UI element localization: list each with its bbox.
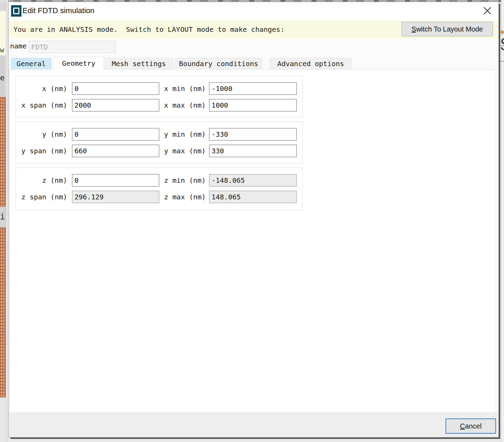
x-geometry-group: x (nm) x min (nm) x span (nm) x max (nm) — [16, 76, 303, 117]
x-max-label: x max (nm) — [164, 99, 204, 111]
divider — [500, 61, 504, 62]
y-min-input[interactable] — [209, 128, 297, 141]
switch-to-layout-mode-button[interactable]: Switch To Layout Mode — [402, 22, 493, 36]
y-max-label: y max (nm) — [164, 145, 204, 157]
x-span-input[interactable] — [72, 99, 159, 111]
background-left-segment — [0, 2, 6, 11]
x-span-label: x span (nm) — [16, 99, 67, 111]
y-geometry-group: y (nm) y min (nm) y span (nm) y max (nm) — [16, 121, 303, 164]
name-input[interactable] — [29, 41, 116, 53]
background-app-right-edge — [501, 0, 504, 442]
background-right-text-fragment: S — [500, 35, 504, 55]
background-left-chip: ie — [0, 207, 6, 227]
y-span-label: y span (nm) — [16, 145, 67, 157]
fragment-text: e — [0, 73, 4, 82]
z-max-input — [209, 191, 297, 203]
z-min-input — [209, 174, 297, 187]
z-label: z (nm) — [16, 174, 67, 187]
tab-boundary-conditions[interactable]: Boundary conditions — [175, 58, 262, 69]
z-max-label: z max (nm) — [164, 191, 204, 203]
dialog-footer: Cancel — [9, 413, 498, 437]
button-label-rest: witch To Layout Mode — [416, 25, 483, 33]
x-input[interactable] — [72, 82, 159, 95]
x-min-label: x min (nm) — [164, 82, 204, 95]
background-cad-mesh-view — [0, 97, 6, 397]
x-max-input[interactable] — [209, 99, 297, 111]
app-icon-inner-square — [13, 8, 19, 14]
z-geometry-group: z (nm) z min (nm) z span (nm) z max (nm) — [16, 168, 303, 210]
analysis-mode-banner: You are in ANALYSIS mode. Switch to LAYO… — [9, 20, 498, 38]
y-span-input[interactable] — [72, 145, 159, 157]
y-label: y (nm) — [16, 128, 67, 141]
close-icon[interactable] — [482, 5, 493, 17]
tab-mesh-settings[interactable]: Mesh settings — [104, 58, 173, 69]
background-left-segment-bottom — [0, 397, 6, 442]
tab-general[interactable]: General — [11, 58, 52, 69]
tab-geometry[interactable]: Geometry — [54, 57, 104, 70]
x-label: x (nm) — [16, 82, 67, 95]
x-min-input[interactable] — [209, 82, 297, 95]
cancel-button[interactable]: Cancel — [446, 418, 496, 434]
background-left-gray-fragment: e — [0, 55, 6, 97]
edit-fdtd-simulation-dialog: Edit FDTD simulation You are in ANALYSIS… — [8, 2, 499, 438]
y-input[interactable] — [72, 128, 159, 141]
z-span-label: z span (nm) — [16, 191, 67, 203]
button-mnemonic: S — [412, 25, 416, 33]
background-right-small-icon — [501, 30, 504, 34]
title-bar[interactable]: Edit FDTD simulation — [9, 2, 498, 20]
z-min-label: z min (nm) — [164, 174, 204, 187]
tab-advanced-options[interactable]: Advanced options — [270, 58, 352, 69]
divider — [500, 45, 504, 46]
geometry-tab-panel — [9, 69, 496, 413]
background-app-left-edge: w e ie — [0, 0, 8, 442]
dialog-title: Edit FDTD simulation — [22, 6, 94, 15]
button-label-rest: ancel — [465, 422, 482, 430]
z-span-input — [72, 191, 159, 203]
z-input[interactable] — [72, 174, 159, 187]
background-left-yellow-fragment: w — [0, 11, 6, 55]
fragment-text: ie — [0, 212, 6, 222]
button-mnemonic: C — [460, 422, 465, 430]
y-min-label: y min (nm) — [164, 128, 204, 141]
fragment-text: w — [0, 46, 4, 54]
banner-message: You are in ANALYSIS mode. Switch to LAYO… — [14, 25, 285, 34]
y-max-input[interactable] — [209, 145, 297, 157]
app-icon — [11, 5, 21, 17]
name-label: name — [10, 42, 27, 50]
